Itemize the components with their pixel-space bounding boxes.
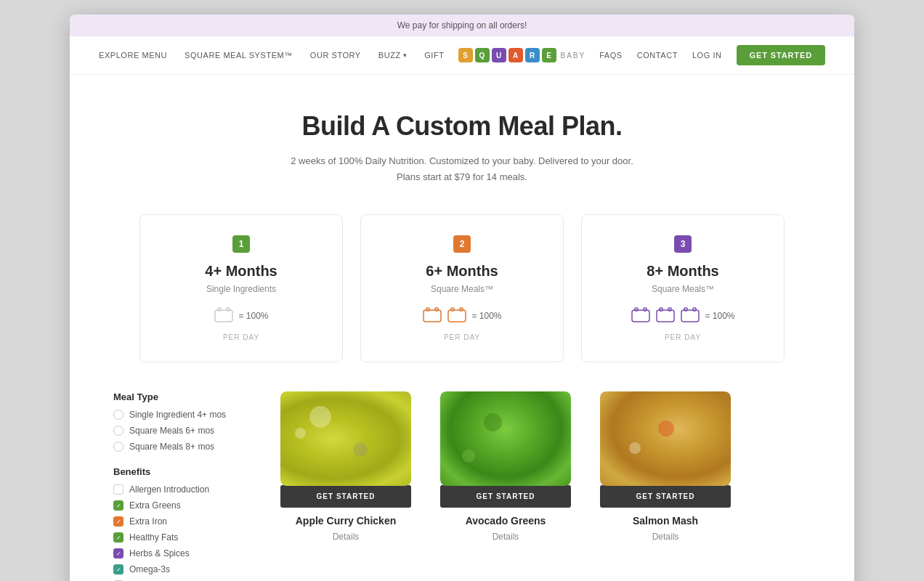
product-card-avocado: GET STARTED Avocado Greens Details [433, 391, 578, 581]
product-name-apple-curry: Apple Curry Chicken [273, 515, 418, 527]
plan-badge-1: 1 [232, 235, 250, 253]
filter-allergen[interactable]: Allergen Introduction [113, 484, 244, 495]
filter-label-square-6: Square Meals 6+ mos [129, 426, 214, 436]
logo-s: S [458, 48, 473, 62]
nav-our-story[interactable]: Our Story [310, 51, 361, 60]
radio-single-ingredient[interactable] [113, 410, 123, 420]
filter-healthy-fats[interactable]: ✓ Healthy Fats [113, 532, 244, 543]
product-card-apple-curry: GET STARTED Apple Curry Chicken Details [273, 391, 418, 581]
svg-rect-14 [668, 308, 671, 311]
svg-rect-16 [684, 308, 687, 311]
svg-rect-6 [448, 310, 466, 322]
checkbox-allergen[interactable] [113, 484, 123, 495]
filter-label-extra-greens: Extra Greens [129, 500, 181, 511]
plan-per-day-3: PER DAY [604, 333, 762, 341]
svg-rect-4 [426, 308, 429, 311]
filter-benefits: Benefits Allergen Introduction ✓ Extra G… [113, 466, 244, 581]
filter-label-allergen: Allergen Introduction [129, 484, 209, 495]
nav-get-started-button[interactable]: GET STARTED [737, 45, 825, 65]
filter-meal-type: Meal Type Single Ingredient 4+ mos Squar… [113, 391, 244, 452]
checkbox-extra-iron[interactable]: ✓ [113, 516, 123, 527]
plan-card-6months[interactable]: 2 6+ Months Square Meals™ = 100% PER DAY [360, 214, 564, 362]
filter-square-8[interactable]: Square Meals 8+ mos [113, 442, 244, 452]
meal-icon-3b [655, 307, 676, 325]
nav-login[interactable]: Log In [692, 51, 722, 60]
svg-rect-15 [681, 310, 699, 322]
food-texture-salmon [600, 391, 731, 486]
logo-q: Q [475, 48, 490, 62]
hero-section: Build A Custom Meal Plan. 2 weeks of 100… [70, 75, 854, 207]
checkbox-healthy-fats[interactable]: ✓ [113, 532, 123, 543]
logo-e: E [542, 48, 556, 62]
logo-a: A [508, 48, 523, 62]
product-image-avocado [440, 391, 571, 486]
filter-label-omega3: Omega-3s [129, 564, 170, 574]
filter-herbs[interactable]: ✓ Herbs & Spices [113, 548, 244, 558]
product-name-salmon: Salmon Mash [593, 515, 738, 527]
logo-u: U [492, 48, 506, 62]
top-banner: We pay for shipping on all orders! [70, 15, 854, 36]
meal-icon-2a [422, 307, 442, 325]
product-cta-avocado[interactable]: GET STARTED [440, 485, 571, 508]
svg-rect-11 [644, 308, 647, 311]
filter-omega3[interactable]: ✓ Omega-3s [113, 564, 244, 574]
checkbox-extra-greens[interactable]: ✓ [113, 500, 123, 511]
filter-extra-iron[interactable]: ✓ Extra Iron [113, 516, 244, 527]
nav-left: Explore Menu Square Meal System™ Our Sto… [99, 51, 445, 60]
filter-square-6[interactable]: Square Meals 6+ mos [113, 426, 244, 436]
checkbox-omega3[interactable]: ✓ [113, 564, 123, 574]
plan-icons-1: = 100% [162, 307, 320, 325]
radio-square-8[interactable] [113, 442, 123, 452]
buzz-chevron-icon: ▾ [403, 52, 408, 59]
filter-label-herbs: Herbs & Spices [129, 548, 190, 558]
plan-title-3: 8+ Months [604, 263, 762, 280]
banner-text: We pay for shipping on all orders! [397, 20, 527, 31]
filter-label-single: Single Ingredient 4+ mos [129, 410, 226, 420]
browser-window: We pay for shipping on all orders! Explo… [70, 15, 854, 581]
logo: S Q U A R E BABY [458, 48, 586, 62]
product-details-apple-curry[interactable]: Details [333, 532, 360, 542]
product-cta-salmon[interactable]: GET STARTED [600, 485, 731, 508]
logo-squares: S Q U A R E [458, 48, 556, 62]
plan-per-day-1: PER DAY [162, 333, 320, 341]
svg-rect-9 [632, 310, 649, 322]
plan-icons-3: = 100% [604, 307, 762, 325]
filter-meal-type-title: Meal Type [113, 391, 244, 402]
meal-icon-3a [631, 307, 651, 325]
svg-rect-5 [435, 308, 438, 311]
filter-label-square-8: Square Meals 8+ mos [129, 442, 214, 452]
product-grid: GET STARTED Apple Curry Chicken Details … [273, 391, 811, 581]
svg-rect-1 [218, 308, 221, 311]
product-details-avocado[interactable]: Details [493, 532, 519, 542]
logo-r: R [525, 48, 540, 62]
product-details-salmon[interactable]: Details [652, 532, 679, 542]
radio-square-6[interactable] [113, 426, 123, 436]
plan-icons-2: = 100% [383, 307, 541, 325]
plan-percent-3: = 100% [705, 311, 734, 321]
nav-square-meal[interactable]: Square Meal System™ [185, 51, 293, 60]
svg-rect-10 [635, 308, 638, 311]
food-texture-apple [280, 391, 411, 486]
plan-title-2: 6+ Months [383, 263, 541, 280]
svg-rect-12 [657, 310, 674, 322]
svg-rect-17 [693, 308, 696, 311]
hero-description: 2 weeks of 100% Daily Nutrition. Customi… [84, 153, 840, 185]
filter-single-ingredient[interactable]: Single Ingredient 4+ mos [113, 410, 244, 420]
plan-card-8months[interactable]: 3 8+ Months Square Meals™ [581, 214, 785, 362]
nav-faqs[interactable]: FAQs [599, 51, 623, 60]
nav-gift[interactable]: Gift [424, 51, 444, 60]
product-name-avocado: Avocado Greens [433, 515, 578, 527]
plan-card-4months[interactable]: 1 4+ Months Single Ingredients = 100% PE… [139, 214, 343, 362]
plan-title-1: 4+ Months [162, 263, 320, 280]
nav-buzz[interactable]: Buzz ▾ [378, 51, 407, 60]
navigation: Explore Menu Square Meal System™ Our Sto… [70, 36, 854, 75]
checkbox-herbs[interactable]: ✓ [113, 548, 123, 558]
svg-rect-13 [660, 308, 662, 311]
plan-cards-container: 1 4+ Months Single Ingredients = 100% PE… [70, 207, 854, 391]
meal-icon-3c [680, 307, 700, 325]
meal-icon [214, 307, 234, 325]
product-cta-apple-curry[interactable]: GET STARTED [280, 485, 411, 508]
nav-contact[interactable]: Contact [637, 51, 678, 60]
filter-extra-greens[interactable]: ✓ Extra Greens [113, 500, 244, 511]
nav-explore-menu[interactable]: Explore Menu [99, 51, 167, 60]
